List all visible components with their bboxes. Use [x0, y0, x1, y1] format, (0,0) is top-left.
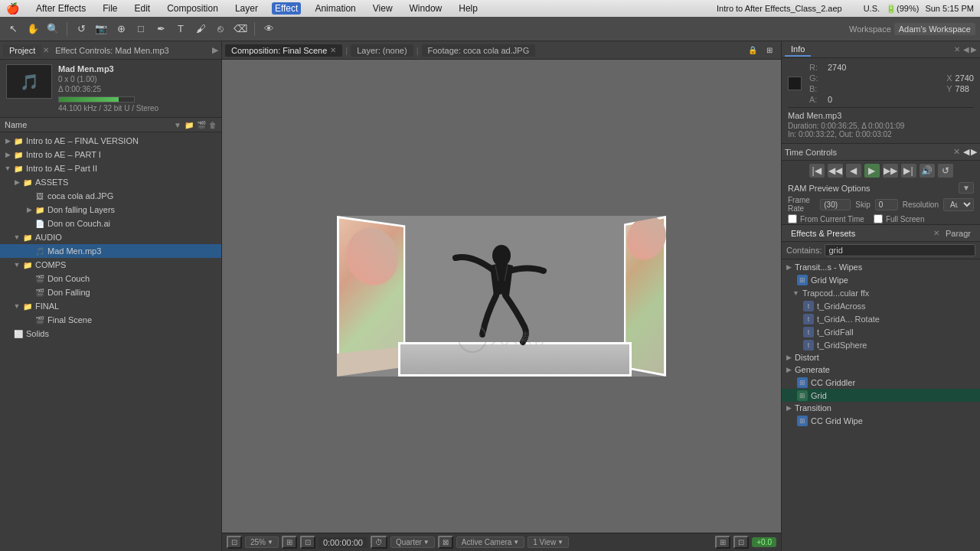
tab-paragraph[interactable]: Paragr: [939, 227, 977, 240]
tc-loop-btn[interactable]: ↺: [938, 164, 953, 178]
project-tab-close[interactable]: ✕: [43, 46, 49, 54]
eraser-tool[interactable]: ⌫: [232, 21, 249, 37]
skip-input[interactable]: [875, 199, 898, 210]
menu-window[interactable]: Window: [407, 2, 446, 15]
panel-expand-btn[interactable]: ▶: [212, 45, 218, 55]
tab-info[interactable]: Info: [785, 43, 811, 57]
item-grid-across[interactable]: t t_GridAcross: [782, 299, 980, 312]
tree-item-intro-final[interactable]: ▶ 📁 Intro to AE – FINAL VERSION: [0, 134, 221, 148]
tab-effects-presets[interactable]: Effects & Presets: [785, 227, 861, 240]
tc-last-btn[interactable]: ▶|: [901, 164, 916, 178]
name-sort-icon[interactable]: ▼: [174, 121, 181, 129]
menu-file[interactable]: File: [100, 2, 120, 15]
hand-tool[interactable]: ✋: [24, 21, 41, 37]
viewer-green-value[interactable]: +0.0: [752, 537, 776, 547]
clone-tool[interactable]: ⎋: [212, 21, 229, 37]
tree-item-intro-p2[interactable]: ▼ 📁 Intro to AE – Part II: [0, 161, 221, 175]
comp-tab-final-scene-close[interactable]: ✕: [330, 46, 336, 54]
viewer-region-btn[interactable]: ⊠: [438, 536, 453, 549]
pen-tool[interactable]: ✒: [152, 21, 169, 37]
viewer-grid-btn[interactable]: ⊞: [761, 42, 778, 59]
viewer-time-btn[interactable]: ⏱: [371, 536, 387, 549]
zoom-dropdown[interactable]: 25% ▼: [245, 536, 279, 548]
tree-item-solids[interactable]: ⬜ Solids: [0, 327, 221, 341]
resolution-select[interactable]: Auto Full Half Quarter: [943, 198, 974, 211]
ram-preview-dropdown[interactable]: ▼: [959, 182, 974, 194]
from-current-time-checkbox[interactable]: [788, 214, 797, 223]
workspace-dropdown[interactable]: Adam's Workspace: [894, 23, 975, 35]
viewer-home-btn[interactable]: ⊡: [227, 536, 242, 549]
resolution-dropdown[interactable]: Quarter ▼: [390, 536, 435, 548]
item-grid-rotate[interactable]: t t_GridA... Rotate: [782, 312, 980, 325]
item-cc-grid-wipe[interactable]: ⊞ CC Grid Wipe: [782, 414, 980, 427]
viewer-lock-btn[interactable]: 🔒: [744, 42, 761, 59]
brush-tool[interactable]: 🖌: [192, 21, 209, 37]
item-grid-fall[interactable]: t t_GridFall: [782, 325, 980, 338]
menu-animation[interactable]: Animation: [312, 2, 358, 15]
tc-prev-btn[interactable]: ◀: [846, 164, 861, 178]
tc-audio-btn[interactable]: 🔊: [920, 164, 935, 178]
info-arrow-right[interactable]: ▶: [971, 45, 977, 54]
tree-item-final[interactable]: ▼ 📁 FINAL: [0, 299, 221, 313]
camera-dropdown[interactable]: Active Camera ▼: [456, 536, 525, 548]
comp-tab-layer[interactable]: Layer: (none): [351, 44, 413, 57]
rotate-tool[interactable]: ↺: [73, 21, 90, 37]
item-grid-selected[interactable]: ⊞ Grid: [782, 389, 980, 402]
tree-item-mad-men-mp3[interactable]: 🎵 Mad Men.mp3: [0, 244, 221, 258]
tab-effect-controls[interactable]: Effect Controls: Mad Men.mp3: [49, 44, 175, 57]
apple-menu[interactable]: 🍎: [6, 2, 19, 15]
info-arrow-left[interactable]: ◀: [963, 45, 969, 54]
pan-behind-tool[interactable]: ⊕: [113, 21, 129, 37]
tc-next-btn[interactable]: ▶▶: [883, 164, 898, 178]
info-panel-close[interactable]: ✕: [954, 45, 960, 54]
tc-first-btn[interactable]: |◀: [809, 164, 825, 178]
menu-view[interactable]: View: [370, 2, 396, 15]
tc-close-btn[interactable]: ✕: [953, 147, 960, 157]
item-grid-wipe[interactable]: ⊞ Grid Wipe: [782, 273, 980, 286]
menu-layer[interactable]: Layer: [232, 2, 261, 15]
comp-tab-footage[interactable]: Footage: coca cola ad.JPG: [422, 44, 536, 57]
puppet-tool[interactable]: 👁: [260, 21, 277, 37]
frame-rate-input[interactable]: [820, 199, 851, 210]
category-transition[interactable]: ▶ Transition: [782, 402, 980, 414]
menu-effect[interactable]: Effect: [272, 2, 301, 15]
full-screen-checkbox[interactable]: [874, 214, 883, 223]
viewer-time-display[interactable]: 0:00:00:00: [318, 537, 368, 548]
rectangle-tool[interactable]: □: [132, 21, 149, 37]
item-grid-sphere[interactable]: t t_GridSphere: [782, 338, 980, 351]
tree-item-don-falling-comp[interactable]: 🎬 Don Falling: [0, 285, 221, 299]
new-folder-icon[interactable]: 📁: [185, 121, 194, 129]
tree-item-cocacola[interactable]: 🖼 coca cola ad.JPG: [0, 189, 221, 203]
menu-help[interactable]: Help: [456, 2, 481, 15]
tree-item-don-falling-layers[interactable]: ▶ 📁 Don falling Layers: [0, 203, 221, 217]
comp-tab-final-scene[interactable]: Composition: Final Scene ✕: [225, 44, 342, 57]
item-cc-griddler[interactable]: ⊞ CC Griddler: [782, 376, 980, 389]
menu-edit[interactable]: Edit: [131, 2, 153, 15]
tree-item-assets[interactable]: ▶ 📁 ASSETS: [0, 175, 221, 189]
viewer-fit-btn[interactable]: ⊞: [282, 536, 297, 549]
new-comp-icon[interactable]: 🎬: [197, 121, 206, 129]
viewer-export-btn[interactable]: ⊞: [715, 536, 730, 549]
menu-after-effects[interactable]: After Effects: [33, 2, 89, 15]
camera-tool[interactable]: 📷: [93, 21, 109, 37]
text-tool[interactable]: T: [172, 21, 189, 37]
viewer-safe-btn[interactable]: ⊡: [300, 536, 315, 549]
tree-item-don-couch-ai[interactable]: 📄 Don on Couch.ai: [0, 217, 221, 230]
zoom-tool[interactable]: 🔍: [44, 21, 61, 37]
tab-project[interactable]: Project: [3, 44, 41, 57]
view-mode-dropdown[interactable]: 1 View ▼: [528, 536, 569, 548]
tree-item-final-scene[interactable]: 🎬 Final Scene: [0, 313, 221, 327]
select-tool[interactable]: ↖: [5, 21, 21, 37]
tree-item-comps[interactable]: ▼ 📁 COMPS: [0, 258, 221, 272]
tree-item-don-couch-comp[interactable]: 🎬 Don Couch: [0, 272, 221, 285]
category-generate[interactable]: ▶ Generate: [782, 364, 980, 376]
category-distort[interactable]: ▶ Distort: [782, 351, 980, 364]
tree-item-audio[interactable]: ▼ 📁 AUDIO: [0, 230, 221, 244]
subcategory-trapcode[interactable]: ▼ Trapcod...cular ffx: [782, 286, 980, 299]
menu-composition[interactable]: Composition: [164, 2, 221, 15]
tc-play-btn[interactable]: ▶: [864, 164, 880, 178]
delete-icon[interactable]: 🗑: [209, 121, 217, 129]
viewer-more-btn[interactable]: ⊡: [733, 536, 749, 549]
category-transitions-wipes[interactable]: ▶ Transit...s - Wipes: [782, 261, 980, 273]
effects-search-input[interactable]: [825, 244, 975, 256]
